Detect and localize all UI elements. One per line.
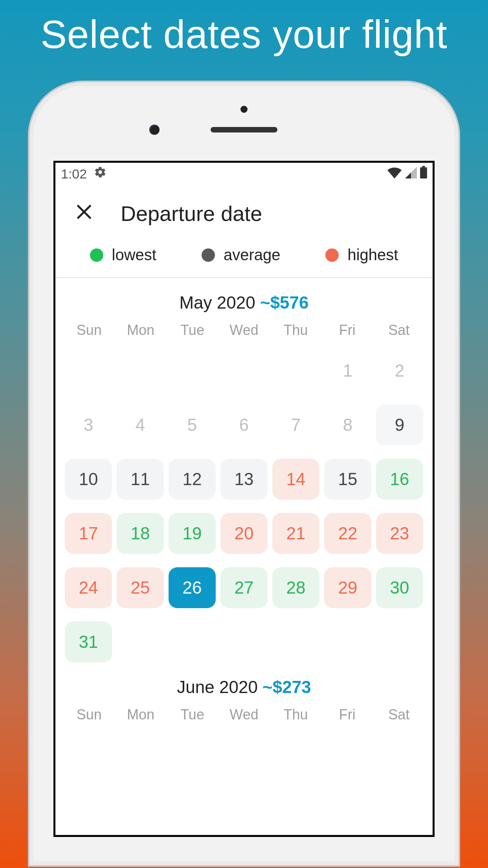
calendar-day[interactable]: 23 bbox=[376, 513, 423, 554]
weekday-row: SunMonTueWedThuFriSat bbox=[63, 706, 425, 723]
calendar-day[interactable]: 15 bbox=[324, 459, 371, 500]
weekday-label: Fri bbox=[321, 322, 373, 338]
weekday-label: Wed bbox=[218, 706, 270, 723]
weekday-label: Wed bbox=[218, 322, 270, 338]
weekday-label: Sat bbox=[373, 706, 425, 723]
price-legend: lowest average highest bbox=[55, 238, 433, 278]
legend-dot-lowest bbox=[90, 248, 103, 262]
month-block: June 2020 ~$273SunMonTueWedThuFriSat bbox=[55, 662, 433, 723]
battery-icon bbox=[420, 166, 427, 182]
weekday-label: Tue bbox=[167, 706, 218, 723]
legend-lowest: lowest bbox=[90, 246, 156, 264]
calendar-day[interactable]: 5 bbox=[169, 405, 216, 445]
close-button[interactable] bbox=[71, 200, 97, 226]
weekday-label: Tue bbox=[167, 322, 218, 338]
weekday-label: Mon bbox=[115, 706, 166, 723]
weekday-label: Thu bbox=[270, 706, 321, 723]
weekday-row: SunMonTueWedThuFriSat bbox=[63, 322, 425, 338]
status-bar: 1:02 bbox=[55, 163, 433, 185]
calendar-day[interactable]: 29 bbox=[324, 567, 371, 608]
gear-icon bbox=[94, 166, 106, 182]
calendar-day[interactable]: 12 bbox=[169, 459, 216, 500]
weekday-label: Thu bbox=[270, 322, 321, 338]
signal-icon bbox=[405, 166, 417, 182]
weekday-label: Fri bbox=[321, 706, 373, 723]
promo-headline: Select dates your flight bbox=[40, 12, 448, 57]
calendar-day[interactable]: 22 bbox=[324, 513, 371, 554]
weekday-label: Sun bbox=[63, 322, 115, 338]
svg-rect-0 bbox=[420, 167, 427, 178]
calendar-day[interactable]: 11 bbox=[117, 459, 164, 500]
weekday-label: Sat bbox=[373, 322, 425, 338]
calendar-day[interactable]: 16 bbox=[376, 459, 423, 500]
legend-dot-average bbox=[202, 248, 215, 262]
calendar-day[interactable]: 1 bbox=[324, 350, 371, 391]
svg-rect-1 bbox=[422, 166, 425, 167]
legend-dot-highest bbox=[325, 248, 339, 262]
calendar-day[interactable]: 25 bbox=[117, 567, 164, 608]
weekday-label: Sun bbox=[63, 706, 115, 723]
calendar-day[interactable]: 13 bbox=[220, 459, 268, 500]
legend-label-highest: highest bbox=[347, 246, 398, 264]
calendar-day[interactable]: 2 bbox=[376, 350, 423, 391]
app-screen: 1:02 bbox=[53, 161, 435, 837]
month-price: ~$273 bbox=[262, 677, 311, 697]
legend-label-lowest: lowest bbox=[112, 246, 156, 264]
calendar-day[interactable]: 4 bbox=[117, 405, 164, 445]
legend-average: average bbox=[202, 246, 281, 264]
calendar-day[interactable]: 30 bbox=[376, 567, 423, 608]
wifi-icon bbox=[387, 166, 402, 182]
calendar-grid: 1234567891011121314151617181920212223242… bbox=[63, 350, 425, 662]
calendar-day[interactable]: 20 bbox=[220, 513, 268, 554]
calendar-day[interactable]: 31 bbox=[65, 622, 112, 662]
calendar-day[interactable]: 6 bbox=[220, 405, 268, 445]
calendar-day[interactable]: 7 bbox=[272, 405, 319, 445]
page-title: Departure date bbox=[121, 201, 262, 226]
calendar-day[interactable]: 24 bbox=[65, 567, 112, 608]
front-camera-icon bbox=[149, 125, 160, 135]
month-title: May 2020 ~$576 bbox=[63, 293, 425, 313]
legend-highest: highest bbox=[325, 246, 398, 264]
calendar-day[interactable]: 21 bbox=[272, 513, 319, 554]
phone-dot bbox=[240, 106, 248, 113]
app-header: Departure date bbox=[55, 185, 433, 238]
month-block: May 2020 ~$576SunMonTueWedThuFriSat12345… bbox=[55, 278, 433, 662]
calendar-day[interactable]: 28 bbox=[272, 567, 319, 608]
calendar-day[interactable]: 26 bbox=[169, 567, 216, 608]
calendar-day[interactable]: 9 bbox=[376, 405, 423, 445]
calendar-day[interactable]: 10 bbox=[65, 459, 112, 500]
calendar-day[interactable]: 18 bbox=[117, 513, 164, 554]
month-price: ~$576 bbox=[260, 293, 309, 312]
month-title: June 2020 ~$273 bbox=[63, 677, 425, 697]
weekday-label: Mon bbox=[115, 322, 166, 338]
calendar-day[interactable]: 8 bbox=[324, 405, 371, 445]
earpiece-speaker bbox=[211, 127, 277, 132]
calendar-day[interactable]: 14 bbox=[272, 459, 319, 500]
status-time: 1:02 bbox=[61, 166, 87, 182]
calendar-day[interactable]: 3 bbox=[65, 405, 112, 445]
phone-frame: 1:02 bbox=[28, 81, 460, 867]
calendar-day[interactable]: 19 bbox=[169, 513, 216, 554]
calendar-day[interactable]: 17 bbox=[65, 513, 112, 554]
legend-label-average: average bbox=[224, 246, 281, 264]
calendar-day[interactable]: 27 bbox=[220, 567, 268, 608]
